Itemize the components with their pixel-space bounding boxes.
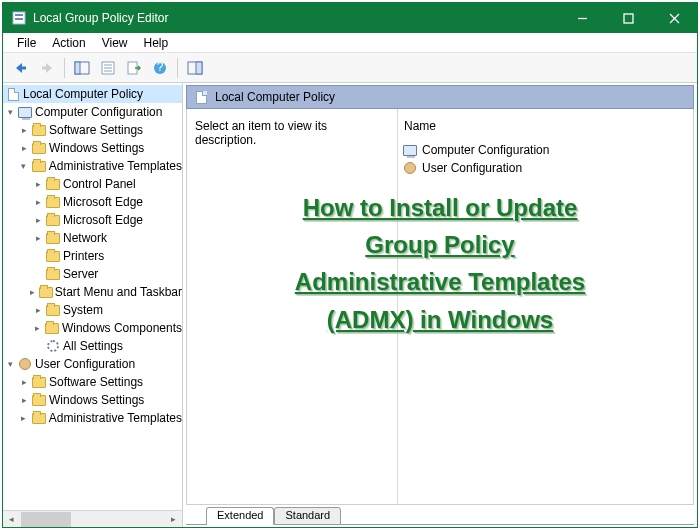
scroll-right-icon[interactable]: ▸ [165,511,182,527]
window-title: Local Group Policy Editor [33,11,559,25]
tree-node[interactable]: ▸Software Settings [3,373,182,391]
tree-h-scrollbar[interactable]: ◂ ▸ [3,510,182,527]
menu-bar: File Action View Help [3,33,697,53]
expand-icon[interactable]: ▸ [17,395,31,405]
menu-help[interactable]: Help [136,35,177,51]
collapse-icon[interactable]: ▾ [3,107,17,117]
tree-node[interactable]: ▸Start Menu and Taskbar [3,283,182,301]
title-bar[interactable]: Local Group Policy Editor [3,3,697,33]
toolbar-separator [64,58,65,78]
body-split: Local Computer Policy ▾ Computer Configu… [3,83,697,527]
scroll-left-icon[interactable]: ◂ [3,511,20,527]
tab-extended[interactable]: Extended [206,507,274,525]
expand-icon[interactable]: ▸ [31,233,45,243]
folder-icon [31,140,47,156]
overlay-title: How to Install or Update Group Policy Ad… [187,189,693,338]
tree-node-computer-config[interactable]: ▾ Computer Configuration [3,103,182,121]
folder-icon [31,158,47,174]
view-tabs: Extended Standard [186,505,694,525]
user-icon [17,356,33,372]
svg-rect-4 [624,14,633,23]
list-item[interactable]: Computer Configuration [402,141,689,159]
list-item[interactable]: User Configuration [402,159,689,177]
expand-icon[interactable]: ▸ [17,413,31,423]
tree-node[interactable]: ▸Software Settings [3,121,182,139]
tree-view[interactable]: Local Computer Policy ▾ Computer Configu… [3,83,182,510]
svg-rect-7 [21,66,26,69]
folder-icon [31,122,47,138]
computer-icon [17,104,33,120]
expand-icon[interactable]: ▸ [31,197,45,207]
settings-icon [45,338,61,354]
back-button[interactable] [9,56,33,80]
menu-file[interactable]: File [9,35,44,51]
details-title: Local Computer Policy [215,90,335,104]
expand-icon[interactable]: ▸ [17,377,31,387]
policy-icon [5,86,21,102]
tree-node[interactable]: ▸Network [3,229,182,247]
toolbar: ? [3,53,697,83]
properties-button[interactable] [96,56,120,80]
tree-node[interactable]: ▸Windows Components [3,319,182,337]
folder-icon [45,302,61,318]
expand-icon[interactable]: ▸ [30,323,44,333]
collapse-icon[interactable]: ▾ [3,359,17,369]
filter-button[interactable] [183,56,207,80]
folder-icon [31,374,47,390]
collapse-icon[interactable]: ▾ [17,161,31,171]
folder-icon [45,248,61,264]
tree-root[interactable]: Local Computer Policy [3,85,182,103]
tree-node[interactable]: All Settings [3,337,182,355]
list-item-label: User Configuration [422,161,522,175]
expand-icon[interactable]: ▸ [31,305,45,315]
details-header: Local Computer Policy [186,85,694,109]
tree-node[interactable]: ▸System [3,301,182,319]
folder-icon [31,410,47,426]
tree-node[interactable]: ▸Windows Settings [3,391,182,409]
folder-icon [45,176,61,192]
tree-node[interactable]: ▸Administrative Templates [3,409,182,427]
menu-view[interactable]: View [94,35,136,51]
svg-rect-2 [15,18,23,20]
export-button[interactable] [122,56,146,80]
svg-rect-19 [196,62,202,74]
column-header-name[interactable]: Name [402,115,689,141]
expand-icon[interactable]: ▸ [31,215,45,225]
user-icon [402,160,418,176]
tree-node-admin-templates[interactable]: ▾Administrative Templates [3,157,182,175]
menu-action[interactable]: Action [44,35,93,51]
show-hide-tree-button[interactable] [70,56,94,80]
folder-icon [45,212,61,228]
tree-pane: Local Computer Policy ▾ Computer Configu… [3,83,183,527]
svg-rect-10 [75,62,80,74]
tree-node[interactable]: ▸Microsoft Edge [3,211,182,229]
svg-text:?: ? [157,60,164,74]
svg-rect-8 [42,66,47,69]
tree-node[interactable]: Printers [3,247,182,265]
folder-icon [45,194,61,210]
folder-icon [39,284,53,300]
close-button[interactable] [651,3,697,33]
tree-node[interactable]: ▸Control Panel [3,175,182,193]
scroll-track[interactable] [20,511,165,527]
expand-icon[interactable]: ▸ [31,179,45,189]
forward-button[interactable] [35,56,59,80]
expand-icon[interactable]: ▸ [27,287,39,297]
folder-icon [45,266,61,282]
expand-icon[interactable]: ▸ [17,143,31,153]
folder-icon [45,230,61,246]
toolbar-separator [177,58,178,78]
tab-standard[interactable]: Standard [274,507,341,525]
tree-node-user-config[interactable]: ▾User Configuration [3,355,182,373]
tree-node[interactable]: ▸Microsoft Edge [3,193,182,211]
expand-icon[interactable]: ▸ [17,125,31,135]
app-icon [11,10,27,26]
tree-node[interactable]: Server [3,265,182,283]
minimize-button[interactable] [559,3,605,33]
list-item-label: Computer Configuration [422,143,549,157]
help-button[interactable]: ? [148,56,172,80]
tree-node[interactable]: ▸Windows Settings [3,139,182,157]
maximize-button[interactable] [605,3,651,33]
scroll-thumb[interactable] [21,512,71,527]
details-body: Select an item to view its description. … [186,109,694,505]
